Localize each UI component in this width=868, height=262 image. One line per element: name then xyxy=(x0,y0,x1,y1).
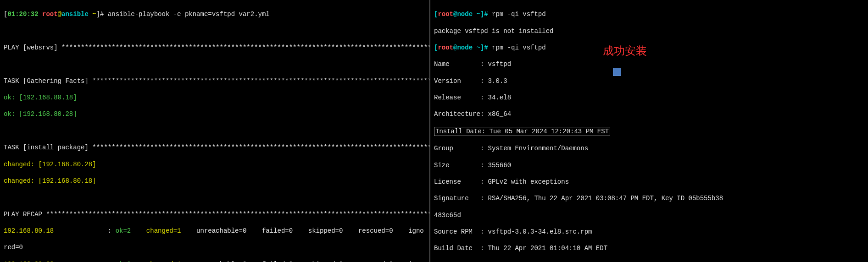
task-install-package: TASK [install package] *****************… xyxy=(4,143,426,152)
task-gathering-facts: TASK [Gathering Facts] *****************… xyxy=(4,77,426,85)
play-header: PLAY [websrvs] *************************… xyxy=(4,44,426,52)
info-install-date: Install Date: Tue 05 Mar 2024 12:20:43 P… xyxy=(434,127,864,136)
prompt-line-2: [root@node ~]# rpm -qi vsftpd xyxy=(434,44,864,52)
not-installed-msg: package vsftpd is not installed xyxy=(434,27,864,35)
task-result: changed: [192.168.80.18] xyxy=(4,177,426,185)
task-result: ok: [192.168.80.28] xyxy=(4,110,426,118)
annotation-text: 成功安装 xyxy=(603,44,647,58)
info-group: Group : System Environment/Daemons xyxy=(434,144,864,153)
left-terminal[interactable]: [01:20:32 root@ansible ~]# ansible-playb… xyxy=(0,0,430,262)
info-release: Release : 34.el8 xyxy=(434,93,864,102)
command-text: rpm -qi vsftpd xyxy=(488,44,546,51)
info-size: Size : 355660 xyxy=(434,161,864,169)
play-recap-header: PLAY RECAP *****************************… xyxy=(4,210,426,218)
prompt-line-1: [root@node ~]# rpm -qi vsftpd xyxy=(434,10,864,18)
prompt-line-1: [01:20:32 root@ansible ~]# ansible-playb… xyxy=(4,10,426,18)
info-source-rpm: Source RPM : vsftpd-3.0.3-34.el8.src.rpm xyxy=(434,228,864,236)
recap-row: 192.168.80.28 : ok=2 changed=1 unreachab… xyxy=(4,260,426,262)
info-signature2: 483c65d xyxy=(434,211,864,219)
info-name: Name : vsftpd xyxy=(434,60,864,68)
command-text: rpm -qi vsftpd xyxy=(488,11,546,18)
recap-wrap: red=0 xyxy=(4,243,426,251)
info-arch: Architecture: x86_64 xyxy=(434,110,864,118)
recap-row: 192.168.80.18 : ok=2 changed=1 unreachab… xyxy=(4,227,426,235)
info-license: License : GPLv2 with exceptions xyxy=(434,178,864,186)
info-version: Version : 3.0.3 xyxy=(434,77,864,85)
info-build-date: Build Date : Thu 22 Apr 2021 01:04:10 AM… xyxy=(434,244,864,252)
info-signature: Signature : RSA/SHA256, Thu 22 Apr 2021 … xyxy=(434,194,864,202)
right-terminal[interactable]: [root@node ~]# rpm -qi vsftpd package vs… xyxy=(430,0,868,262)
task-result: ok: [192.168.80.18] xyxy=(4,93,426,102)
task-result: changed: [192.168.80.28] xyxy=(4,160,426,169)
selection-indicator-icon xyxy=(613,68,621,76)
command-text: ansible-playbook -e pkname=vsftpd var2.y… xyxy=(104,11,269,18)
